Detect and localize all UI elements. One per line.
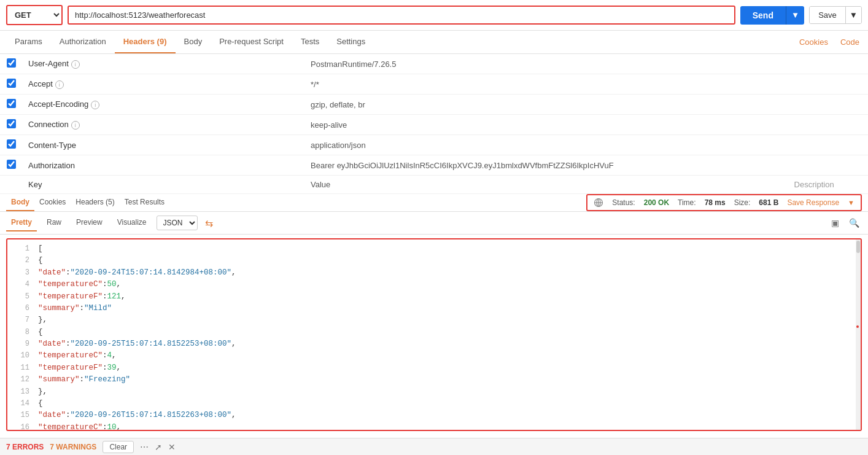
- wrap-icon[interactable]: ⇆: [205, 217, 213, 229]
- code-punct: :: [80, 303, 85, 314]
- response-tab-cookies[interactable]: Cookies: [34, 194, 71, 211]
- tab-authorization[interactable]: Authorization: [51, 31, 115, 53]
- line-number: 16: [12, 422, 29, 430]
- line-number: 5: [12, 291, 29, 303]
- line-number: 10: [12, 350, 29, 362]
- send-button[interactable]: Send: [740, 6, 786, 25]
- code-line: 11 "temperatureF": 39,: [7, 362, 861, 374]
- header-checkbox[interactable]: [7, 119, 16, 128]
- save-dropdown-button[interactable]: ▼: [845, 7, 861, 23]
- header-key: Content-Type: [22, 135, 304, 155]
- code-punct: {: [38, 327, 43, 338]
- copy-button[interactable]: ▣: [829, 216, 842, 230]
- line-number: 15: [12, 410, 29, 421]
- code-punct: [: [38, 243, 43, 255]
- empty-description: Description: [788, 176, 868, 194]
- dots-icon[interactable]: ⋯: [140, 442, 149, 452]
- body-tab-pretty[interactable]: Pretty: [6, 214, 37, 231]
- code-punct: {: [38, 398, 43, 410]
- code-punct: ,: [117, 362, 122, 374]
- time-label: Time:: [678, 198, 696, 207]
- code-line: 15 "date": "2020-09-26T15:07:14.8152263+…: [7, 410, 861, 421]
- code-punct: {: [38, 255, 43, 266]
- cookies-link[interactable]: Cookies: [797, 31, 831, 53]
- save-response-button[interactable]: Save Response: [787, 198, 839, 207]
- info-icon[interactable]: i: [71, 60, 80, 69]
- request-tabs-bar: Params Authorization Headers (9) Body Pr…: [0, 31, 868, 54]
- method-select[interactable]: GET POST PUT DELETE PATCH: [6, 5, 63, 25]
- header-description: [788, 135, 868, 155]
- info-icon[interactable]: i: [91, 101, 99, 109]
- code-punct: :: [103, 362, 107, 374]
- code-key: "temperatureF": [38, 291, 103, 303]
- code-line: 1[: [7, 243, 861, 255]
- header-description: [788, 54, 868, 74]
- tab-params[interactable]: Params: [6, 31, 51, 53]
- header-description: [788, 95, 868, 115]
- bottom-bar: 7 ERRORS 7 WARNINGS Clear ⋯ ➚ ✕: [0, 438, 868, 455]
- response-tools: ▣ 🔍: [829, 216, 862, 230]
- code-punct: ,: [231, 338, 236, 350]
- line-number: 14: [12, 398, 29, 410]
- close-icon[interactable]: ✕: [168, 442, 176, 452]
- line-number: 8: [12, 327, 29, 338]
- code-area[interactable]: 1[2 {3 "date": "2020-09-24T15:07:14.8142…: [7, 239, 861, 430]
- code-container: 1[2 {3 "date": "2020-09-24T15:07:14.8142…: [6, 238, 862, 431]
- info-icon[interactable]: i: [55, 80, 64, 89]
- code-punct: ,: [117, 422, 122, 430]
- code-key: "summary": [38, 303, 80, 314]
- code-key: "temperatureC": [38, 422, 103, 430]
- save-button[interactable]: Save: [810, 7, 845, 23]
- code-line: 6 "summary": "Mild": [7, 303, 861, 314]
- code-punct: :: [103, 291, 107, 303]
- info-icon[interactable]: i: [71, 121, 80, 130]
- line-number: 1: [12, 243, 29, 255]
- code-string: "Freezing": [84, 374, 130, 386]
- header-checkbox[interactable]: [7, 99, 16, 108]
- code-line: 13 },: [7, 386, 861, 398]
- body-tab-preview[interactable]: Preview: [71, 214, 107, 231]
- line-number: 4: [12, 279, 29, 290]
- code-number: 4: [107, 350, 112, 362]
- header-checkbox[interactable]: [7, 58, 16, 68]
- status-value: 200 OK: [644, 198, 669, 207]
- code-punct: :: [66, 410, 71, 421]
- scrollbar[interactable]: [856, 239, 861, 430]
- header-description: [788, 74, 868, 95]
- tab-body[interactable]: Body: [176, 31, 211, 53]
- response-tab-headers[interactable]: Headers (5): [71, 194, 119, 211]
- code-line: 8 {: [7, 327, 861, 338]
- response-tab-body[interactable]: Body: [6, 194, 34, 211]
- tab-settings[interactable]: Settings: [328, 31, 374, 53]
- code-link[interactable]: Code: [838, 31, 862, 53]
- errors-badge: 7 ERRORS: [6, 443, 44, 451]
- line-number: 2: [12, 255, 29, 266]
- header-checkbox[interactable]: [7, 160, 16, 169]
- clear-button[interactable]: Clear: [103, 441, 134, 453]
- header-key: Accept-Encodingi: [22, 95, 304, 115]
- body-tab-raw[interactable]: Raw: [42, 214, 66, 231]
- response-status-bar: Status: 200 OK Time: 78 ms Size: 681 B S…: [586, 194, 862, 211]
- header-checkbox[interactable]: [7, 79, 16, 88]
- tab-headers[interactable]: Headers (9): [115, 31, 176, 53]
- tab-pre-request-script[interactable]: Pre-request Script: [211, 31, 292, 53]
- expand-icon[interactable]: ➚: [155, 442, 162, 452]
- globe-icon: [594, 198, 603, 208]
- table-row: Content-Type application/json: [0, 135, 868, 155]
- url-input[interactable]: [68, 6, 735, 25]
- table-row: Accept-Encodingi gzip, deflate, br: [0, 95, 868, 115]
- search-button[interactable]: 🔍: [847, 216, 862, 230]
- code-key: "date": [38, 338, 66, 350]
- line-number: 7: [12, 314, 29, 326]
- response-tab-test-results[interactable]: Test Results: [120, 194, 169, 211]
- code-string: "2020-09-24T15:07:14.8142984+08:00": [71, 267, 232, 279]
- body-tab-visualize[interactable]: Visualize: [112, 214, 152, 231]
- header-checkbox[interactable]: [7, 139, 16, 149]
- send-dropdown-button[interactable]: ▼: [786, 6, 804, 25]
- header-value: Bearer eyJhbGciOiJlUzl1NilsInR5cCI6IkpXV…: [304, 155, 788, 176]
- tab-tests[interactable]: Tests: [292, 31, 328, 53]
- format-select[interactable]: JSON XML HTML Text: [157, 216, 198, 230]
- save-response-dropdown[interactable]: ▼: [848, 199, 854, 206]
- scrollbar-thumb[interactable]: [856, 241, 860, 253]
- send-btn-group: Send ▼: [740, 6, 804, 25]
